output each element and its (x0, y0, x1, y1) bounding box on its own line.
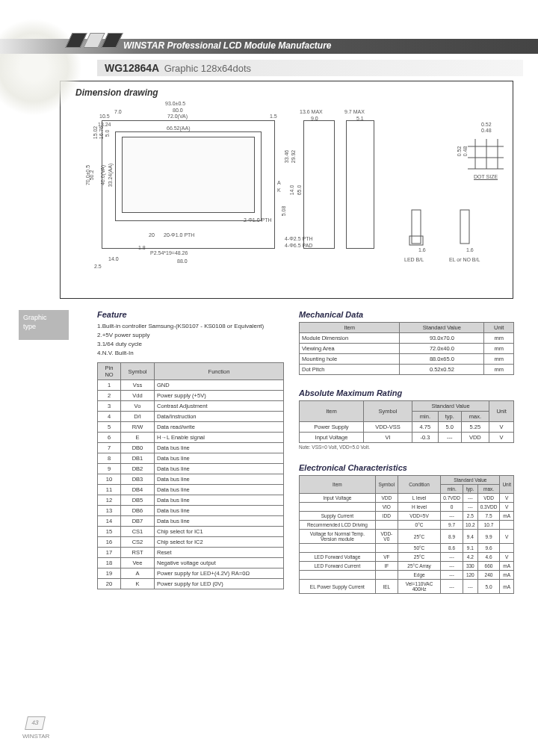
feature-heading: Feature (97, 310, 284, 319)
mechanical-table: ItemStandard ValueUnit Module Dimension9… (299, 322, 514, 375)
absolute-max-table: ItemSymbolStandard ValueUnit min.typ.max… (299, 400, 514, 443)
svg-rect-6 (412, 210, 421, 244)
feature-list: 1.Built-in controller Samsung-(KS0107 - … (97, 322, 284, 358)
sidebar-category-tag: Graphictype (19, 310, 69, 340)
drawing-heading: Dimension drawing (61, 81, 513, 98)
dimension-drawing-box: Dimension drawing 93.0±0.5 80.0 72.0(VA)… (60, 81, 513, 299)
abs-note: Note: VSS=0 Volt, VDD=5.0 Volt. (299, 444, 514, 450)
electrical-table: ItemSymbolConditionStandard ValueUnit mi… (299, 475, 514, 594)
chevron-logo (69, 33, 123, 49)
page-number: 43 (25, 716, 46, 730)
footer-brand: WINSTAR (22, 733, 49, 740)
header-text: WINSTAR Professional LCD Module Manufact… (123, 40, 331, 51)
abs-heading: Absolute Maximum Rating (299, 388, 514, 397)
pin-table: Pin NOSymbolFunction 1VssGND2VddPower su… (97, 362, 284, 589)
model-desc: Graphic 128x64dots (164, 63, 251, 74)
model-number: WG12864A (105, 62, 159, 74)
mech-heading: Mechanical Data (299, 310, 514, 319)
dot-size-diagram: 0.52 0.48 0.52 0.48 DOT SIZE (468, 128, 505, 165)
svg-rect-8 (460, 210, 469, 244)
backlight-views: 1.6 1.6 LED B/L EL or NO B/L (408, 206, 449, 247)
elec-heading: Electronical Characteristics (299, 463, 514, 472)
title-bar: WG12864A Graphic 128x64dots (97, 60, 523, 76)
drawing-area: 93.0±0.5 80.0 72.0(VA) 66.52(AA) 1.5 10.… (61, 98, 513, 288)
